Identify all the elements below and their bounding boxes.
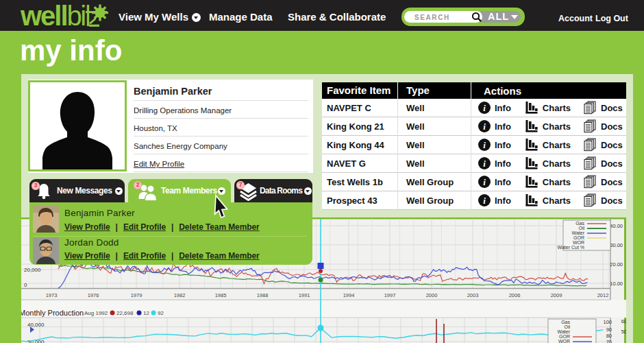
svg-text:22,698: 22,698 xyxy=(116,310,134,316)
svg-text:Water: Water xyxy=(558,329,571,334)
svg-text:Water: Water xyxy=(572,230,585,235)
svg-text:20.00: 20.00 xyxy=(610,261,623,268)
svg-text:40,000: 40,000 xyxy=(27,322,45,328)
svg-text:Aug 1992: Aug 1992 xyxy=(84,310,108,316)
svg-text:70: 70 xyxy=(606,339,612,343)
svg-text:Water Cut %: Water Cut % xyxy=(558,245,584,250)
svg-text:2000: 2000 xyxy=(426,292,438,298)
svg-text:1976: 1976 xyxy=(88,292,99,298)
svg-text:1988: 1988 xyxy=(257,292,269,298)
svg-text:1994: 1994 xyxy=(343,292,355,298)
svg-text:80: 80 xyxy=(606,333,612,339)
svg-text:i: i xyxy=(483,140,486,150)
svg-text:20,000: 20,000 xyxy=(24,267,41,273)
svg-text:1973: 1973 xyxy=(46,292,58,298)
svg-text:1985: 1985 xyxy=(215,292,227,298)
svg-text:50: 50 xyxy=(621,329,626,335)
svg-text:Oil: Oil xyxy=(578,226,584,230)
svg-text:1982: 1982 xyxy=(174,292,186,298)
svg-text:12: 12 xyxy=(143,310,149,316)
svg-text:i: i xyxy=(483,158,486,169)
svg-text:40.00: 40.00 xyxy=(610,223,623,229)
svg-text:Gas: Gas xyxy=(561,320,570,324)
svg-text:i: i xyxy=(483,121,486,132)
svg-text:100: 100 xyxy=(603,319,612,325)
svg-text:Gas: Gas xyxy=(575,221,584,226)
svg-text:1997: 1997 xyxy=(384,292,396,298)
svg-text:WOR: WOR xyxy=(558,339,570,343)
svg-text:0: 0 xyxy=(24,282,27,288)
svg-text:92: 92 xyxy=(158,310,164,316)
svg-text:90: 90 xyxy=(606,327,612,333)
svg-text:2012: 2012 xyxy=(597,292,609,298)
svg-text:GOR: GOR xyxy=(573,235,584,240)
svg-text:Oil: Oil xyxy=(564,324,570,329)
svg-text:1979: 1979 xyxy=(131,292,143,298)
svg-text:60: 60 xyxy=(621,318,626,324)
svg-text:WOR: WOR xyxy=(573,240,584,245)
svg-text:10.00: 10.00 xyxy=(610,281,623,287)
svg-text:1991: 1991 xyxy=(299,292,310,298)
svg-text:2003: 2003 xyxy=(467,292,479,298)
svg-text:i: i xyxy=(483,103,486,113)
svg-text:2009: 2009 xyxy=(551,292,562,298)
svg-text:30.00: 30.00 xyxy=(610,242,623,248)
svg-text:Monthly Production: Monthly Production xyxy=(21,309,84,317)
svg-text:GOR: GOR xyxy=(559,334,570,339)
svg-text:i: i xyxy=(483,177,486,187)
svg-text:2006: 2006 xyxy=(509,292,521,298)
svg-text:i: i xyxy=(483,196,486,206)
